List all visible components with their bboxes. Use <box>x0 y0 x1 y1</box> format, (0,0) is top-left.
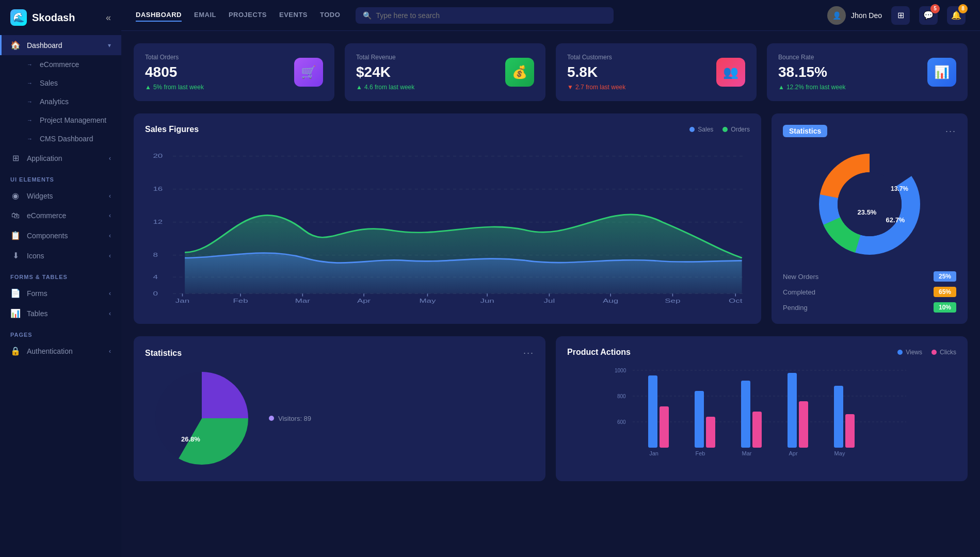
donut-chart: 13.7% 23.5% 62.7% <box>783 148 956 261</box>
sidebar-item-analytics[interactable]: → Analytics <box>8 92 121 111</box>
widget-icon: ◉ <box>10 191 21 201</box>
sidebar-item-components[interactable]: 📋 Components ‹ <box>0 225 121 245</box>
product-actions-legend: Views Clicks <box>897 349 956 356</box>
pending-label: Pending <box>783 304 808 312</box>
svg-text:16: 16 <box>153 185 163 192</box>
sidebar-ecommerce-label: eCommerce <box>40 60 111 69</box>
bounce-value: 38.15% <box>778 64 846 80</box>
search-icon: 🔍 <box>363 11 372 20</box>
sidebar-item-authentication[interactable]: 🔒 Authentication ‹ <box>0 341 121 361</box>
sidebar-forms-label: Forms <box>27 289 103 298</box>
stat-card-orders: Total Orders 4805 ▲ 5% from last week 🛒 <box>134 43 334 101</box>
svg-text:13.7%: 13.7% <box>891 185 908 192</box>
home-icon: 🏠 <box>10 40 21 50</box>
nav-events[interactable]: EVENTS <box>279 9 308 22</box>
customers-icon: 👥 <box>716 58 745 87</box>
chevron-left-icon2: ‹ <box>109 192 111 200</box>
sidebar-application-label: Application <box>27 154 103 162</box>
svg-text:Oct: Oct <box>729 298 742 304</box>
legend-orders-dot <box>722 127 728 132</box>
revenue-change: ▲ 4.6 from last week <box>356 84 414 91</box>
sidebar-item-tables[interactable]: 📊 Tables ‹ <box>0 303 121 323</box>
statistics-right-card: Statistics ··· 13.7% <box>772 113 968 324</box>
svg-rect-47 <box>660 406 669 448</box>
svg-text:May: May <box>419 298 436 304</box>
nav-dashboard[interactable]: DASHBOARD <box>136 9 182 22</box>
sidebar-item-dashboard[interactable]: 🏠 Dashboard ▾ <box>0 35 121 55</box>
sidebar-logo: 🌊 Skodash « <box>0 0 121 35</box>
legend-orders-label: Orders <box>731 126 750 133</box>
sidebar-sales-label: Sales <box>40 79 111 87</box>
pending-value: 10% <box>934 302 956 313</box>
sidebar-item-widgets[interactable]: ◉ Widgets ‹ <box>0 186 121 206</box>
svg-text:Jun: Jun <box>480 298 494 304</box>
statistics-more-button[interactable]: ··· <box>945 126 956 137</box>
chevron-left-icon8: ‹ <box>109 348 111 355</box>
bar-chart: 1000 800 600 <box>567 365 956 468</box>
legend-views-label: Views <box>906 349 922 356</box>
sidebar-item-cms[interactable]: → CMS Dashboard <box>8 129 121 148</box>
sidebar-item-sales[interactable]: → Sales <box>8 74 121 92</box>
nav-todo[interactable]: TODO <box>320 9 340 22</box>
customers-label: Total Customers <box>567 54 625 61</box>
stats-bars: New Orders 25% Completed 65% Pending 10% <box>783 271 956 313</box>
sidebar-item-project-management[interactable]: → Project Management <box>8 111 121 129</box>
nav-email[interactable]: EMAIL <box>194 9 216 22</box>
sidebar-pm-label: Project Management <box>40 116 111 124</box>
notifications-button[interactable]: 🔔 8 <box>947 6 966 25</box>
sidebar-analytics-label: Analytics <box>40 97 111 106</box>
product-actions-title: Product Actions <box>567 348 631 357</box>
svg-text:4: 4 <box>153 273 157 280</box>
search-box[interactable]: 🔍 <box>356 7 614 24</box>
svg-text:20: 20 <box>153 152 163 159</box>
search-input[interactable] <box>376 11 606 20</box>
customers-change: ▼ 2.7 from last week <box>567 84 625 91</box>
table-icon: 📊 <box>10 308 21 318</box>
messages-badge: 5 <box>930 4 940 13</box>
revenue-label: Total Revenue <box>356 54 414 61</box>
sidebar-item-application[interactable]: ⊞ Application ‹ <box>0 148 121 168</box>
stat-card-bounce: Bounce Rate 38.15% ▲ 12.2% from last wee… <box>767 43 968 101</box>
user-menu[interactable]: 👤 Jhon Deo <box>827 6 882 25</box>
sales-chart-card: Sales Figures Sales Orders <box>134 113 761 324</box>
svg-text:Sep: Sep <box>665 298 680 304</box>
svg-text:23.5%: 23.5% <box>858 208 877 216</box>
svg-rect-52 <box>788 373 797 448</box>
legend-clicks-label: Clicks <box>940 349 956 356</box>
sidebar-item-forms[interactable]: 📄 Forms ‹ <box>0 283 121 303</box>
app-name: Skodash <box>32 12 75 24</box>
grid-icon: ⊞ <box>10 153 21 163</box>
legend-sales-dot <box>689 127 695 132</box>
svg-text:Feb: Feb <box>696 450 705 456</box>
sidebar-tables-label: Tables <box>27 309 103 318</box>
up-arrow-icon: ▲ <box>145 84 151 91</box>
svg-text:1000: 1000 <box>615 368 626 373</box>
sidebar-item-ecommerce[interactable]: → eCommerce <box>8 55 121 74</box>
statistics-bottom-card: Statistics ··· 26.8% <box>134 336 545 481</box>
sidebar-item-icons[interactable]: ⬇ Icons ‹ <box>0 245 121 266</box>
charts-row: Sales Figures Sales Orders <box>134 113 968 324</box>
pie-wrap: 26.8% Visitors: 89 <box>145 367 534 470</box>
sidebar-item-ecommerce2[interactable]: 🛍 eCommerce ‹ <box>0 206 121 225</box>
messages-button[interactable]: 💬 5 <box>919 6 938 25</box>
sidebar-toggle-button[interactable]: « <box>106 12 111 23</box>
svg-point-35 <box>838 172 902 236</box>
logo-icon: 🌊 <box>10 9 27 26</box>
customers-value: 5.8K <box>567 64 625 80</box>
stat-card-customers: Total Customers 5.8K ▼ 2.7 from last wee… <box>556 43 757 101</box>
nav-projects[interactable]: PROJECTS <box>229 9 267 22</box>
revenue-value: $24K <box>356 64 414 80</box>
svg-text:Aug: Aug <box>603 298 618 304</box>
bottom-row: Statistics ··· 26.8% <box>134 336 968 481</box>
lock-icon: 🔒 <box>10 346 21 356</box>
grid-view-button[interactable]: ⊞ <box>891 6 910 25</box>
statistics-bottom-more-button[interactable]: ··· <box>523 348 534 358</box>
username: Jhon Deo <box>851 11 882 20</box>
chevron-left-icon: ‹ <box>109 155 111 162</box>
up-arrow-icon2: ▲ <box>356 84 362 91</box>
svg-rect-55 <box>845 414 855 448</box>
svg-text:800: 800 <box>617 394 626 399</box>
orders-change: ▲ 5% from last week <box>145 84 204 91</box>
orders-label: Total Orders <box>145 54 204 61</box>
nav-links: DASHBOARD EMAIL PROJECTS EVENTS TODO <box>136 9 340 22</box>
